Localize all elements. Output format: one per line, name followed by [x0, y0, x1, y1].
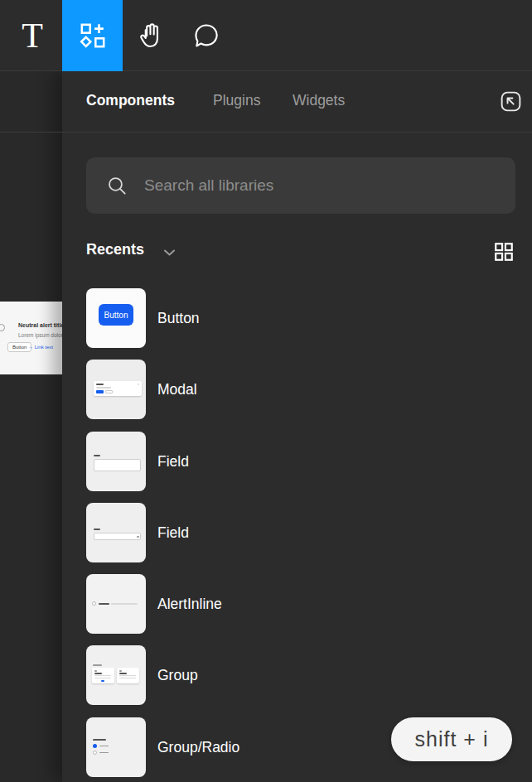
component-label: Field: [157, 503, 189, 562]
component-label: Group: [157, 645, 198, 705]
canvas-alert-card: Neutral alert title Lorem ipsum dolor am…: [0, 302, 62, 374]
shortcut-hint-pill: shift + i: [391, 717, 512, 761]
component-label: Group/Radio: [157, 717, 239, 777]
mini-button-preview: Button: [99, 304, 133, 326]
text-tool-button[interactable]: T: [8, 0, 56, 71]
alert-title: Neutral alert title: [18, 322, 62, 328]
popout-panel-button[interactable]: [499, 89, 523, 113]
text-tool-icon: T: [22, 18, 43, 53]
component-row-alertinline[interactable]: AlertInline: [86, 574, 517, 634]
component-thumbnail-group-radio: [86, 717, 146, 777]
component-thumbnail-group: [86, 645, 146, 705]
component-thumbnail-alertinline: [86, 574, 146, 634]
grid-view-icon[interactable]: [493, 241, 515, 263]
alert-body-text: Lorem ipsum dolor amet conse: [18, 332, 62, 338]
toolbar: T: [0, 0, 532, 71]
canvas-background: Neutral alert title Lorem ipsum dolor am…: [0, 71, 62, 782]
comment-bubble-icon: [192, 22, 220, 50]
assets-icon: [78, 21, 108, 51]
component-thumbnail-modal: [86, 360, 146, 419]
component-label: Field: [157, 432, 189, 491]
comment-tool-button[interactable]: [182, 0, 230, 71]
component-label: Button: [157, 288, 200, 348]
recents-section-title[interactable]: Recents: [86, 241, 144, 258]
component-row-group[interactable]: Group: [86, 645, 517, 705]
assets-tool-button[interactable]: [62, 0, 123, 71]
component-label: AlertInline: [157, 574, 222, 634]
component-thumbnail-button: Button: [86, 288, 146, 348]
component-row-modal[interactable]: Modal: [86, 360, 517, 419]
search-icon: [106, 175, 128, 197]
tab-components[interactable]: Components: [86, 92, 175, 109]
component-row-button[interactable]: Button Button: [86, 288, 517, 348]
component-thumbnail-field-select: [86, 503, 146, 562]
tab-plugins[interactable]: Plugins: [213, 92, 260, 109]
component-row-field-2[interactable]: Field: [86, 503, 517, 562]
chevron-down-icon[interactable]: [162, 248, 177, 258]
shortcut-hint-text: shift + i: [415, 727, 489, 751]
alert-info-icon: [0, 324, 5, 331]
header-divider: [0, 132, 532, 133]
mini-modal-preview: [94, 381, 142, 396]
hand-icon: [137, 22, 165, 50]
search-bar[interactable]: Search all libraries: [86, 157, 515, 214]
component-label: Modal: [157, 360, 197, 419]
alert-link[interactable]: → Link text: [28, 345, 53, 350]
component-row-field-1[interactable]: Field: [86, 432, 517, 491]
hand-tool-button[interactable]: [127, 0, 175, 71]
search-placeholder: Search all libraries: [144, 176, 273, 195]
tab-widgets[interactable]: Widgets: [293, 92, 345, 109]
component-thumbnail-field: [86, 432, 146, 491]
